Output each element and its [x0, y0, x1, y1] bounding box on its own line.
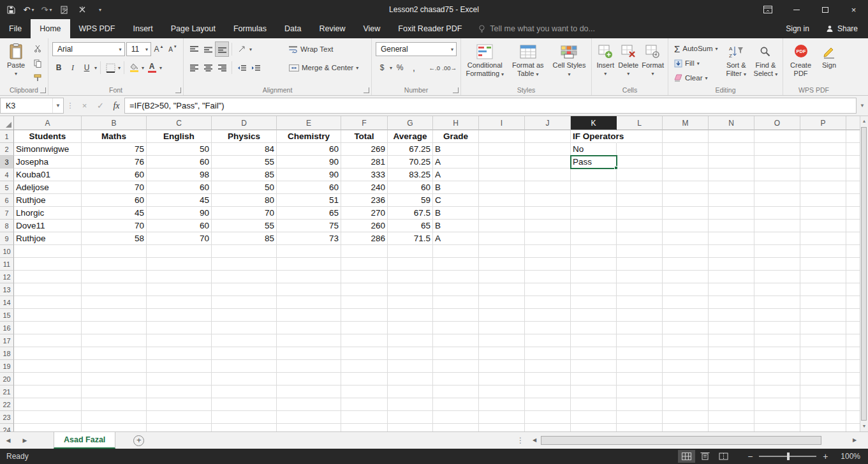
cell-F15[interactable]: [341, 309, 388, 322]
tab-bar-splitter[interactable]: ⋮: [517, 436, 524, 445]
align-middle-button[interactable]: [202, 42, 214, 56]
underline-dropdown-icon[interactable]: ▾: [94, 65, 97, 71]
cell-I15[interactable]: [479, 309, 525, 322]
cell-L20[interactable]: [617, 373, 663, 385]
cell-H20[interactable]: [433, 373, 479, 385]
cell-H6[interactable]: C: [433, 194, 479, 207]
cell-K2[interactable]: No: [571, 143, 617, 156]
cell-N9[interactable]: [709, 232, 754, 245]
cell-O4[interactable]: [754, 168, 800, 181]
cell-K15[interactable]: [571, 309, 617, 322]
tab-review[interactable]: Review: [310, 19, 354, 38]
cell-P18[interactable]: [800, 347, 846, 360]
cell-L5[interactable]: [617, 181, 663, 194]
cell-K4[interactable]: [571, 168, 617, 181]
cell-M6[interactable]: [663, 194, 709, 207]
cell-H15[interactable]: [433, 309, 479, 322]
cell-D10[interactable]: [212, 245, 277, 258]
cell-N20[interactable]: [709, 373, 754, 385]
cell-P4[interactable]: [800, 168, 846, 181]
customize-qat-button[interactable]: ▾: [94, 1, 106, 18]
cell-J16[interactable]: [525, 322, 571, 334]
cell-I4[interactable]: [479, 168, 525, 181]
row-header-3[interactable]: 3: [0, 156, 14, 168]
cell-M19[interactable]: [663, 360, 709, 373]
tab-home[interactable]: Home: [31, 19, 70, 38]
cell-C7[interactable]: 90: [147, 207, 212, 220]
zoom-in-button[interactable]: +: [821, 451, 829, 461]
cell-I1[interactable]: [479, 130, 525, 143]
accounting-format-button[interactable]: $: [376, 61, 388, 75]
cell-D17[interactable]: [212, 334, 277, 347]
cell-I8[interactable]: [479, 220, 525, 232]
cell-F17[interactable]: [341, 334, 388, 347]
cell-D11[interactable]: [212, 258, 277, 271]
cell-B7[interactable]: 45: [82, 207, 147, 220]
cell-M4[interactable]: [663, 168, 709, 181]
cell-I9[interactable]: [479, 232, 525, 245]
cell-E9[interactable]: 73: [277, 232, 341, 245]
cell-H12[interactable]: [433, 271, 479, 283]
cell-P15[interactable]: [800, 309, 846, 322]
font-name-select[interactable]: Arial▾: [52, 42, 125, 56]
cell-E8[interactable]: 75: [277, 220, 341, 232]
cell-G13[interactable]: [388, 283, 433, 296]
cell-B23[interactable]: [82, 411, 147, 424]
row-header-22[interactable]: 22: [0, 398, 14, 411]
maximize-button[interactable]: [811, 0, 839, 19]
cell-E2[interactable]: 60: [277, 143, 341, 156]
cell-I18[interactable]: [479, 347, 525, 360]
align-right-button[interactable]: [216, 61, 228, 75]
cell-L19[interactable]: [617, 360, 663, 373]
cell-L6[interactable]: [617, 194, 663, 207]
zoom-level[interactable]: 100%: [841, 452, 860, 461]
cell-E22[interactable]: [277, 398, 341, 411]
cell-P2[interactable]: [800, 143, 846, 156]
cell-L18[interactable]: [617, 347, 663, 360]
copy-button[interactable]: [31, 56, 44, 70]
cell-G6[interactable]: 59: [388, 194, 433, 207]
cell-L9[interactable]: [617, 232, 663, 245]
cell-B17[interactable]: [82, 334, 147, 347]
column-header-J[interactable]: J: [525, 116, 571, 130]
cell-H19[interactable]: [433, 360, 479, 373]
cell-J18[interactable]: [525, 347, 571, 360]
cell-E1[interactable]: Chemistry: [277, 130, 341, 143]
cell-L2[interactable]: [617, 143, 663, 156]
cell-J1[interactable]: [525, 130, 571, 143]
cell-L12[interactable]: [617, 271, 663, 283]
cell-C4[interactable]: 98: [147, 168, 212, 181]
vertical-scrollbar[interactable]: ▲ ▼: [860, 116, 868, 431]
cell-C11[interactable]: [147, 258, 212, 271]
cell-I14[interactable]: [479, 296, 525, 309]
cell-M15[interactable]: [663, 309, 709, 322]
cell-J14[interactable]: [525, 296, 571, 309]
column-header-A[interactable]: A: [14, 116, 82, 130]
merge-center-button[interactable]: Merge & Center ▾: [287, 61, 367, 75]
cell-M12[interactable]: [663, 271, 709, 283]
cell-I24[interactable]: [479, 424, 525, 431]
cell-N8[interactable]: [709, 220, 754, 232]
row-header-17[interactable]: 17: [0, 334, 14, 347]
cell-H13[interactable]: [433, 283, 479, 296]
increase-decimal-button[interactable]: ←.0: [428, 61, 441, 75]
zoom-slider[interactable]: [759, 451, 816, 461]
cell-M7[interactable]: [663, 207, 709, 220]
cell-A19[interactable]: [14, 360, 82, 373]
cell-L24[interactable]: [617, 424, 663, 431]
underline-button[interactable]: U: [80, 61, 93, 75]
row-header-12[interactable]: 12: [0, 271, 14, 283]
cell-A23[interactable]: [14, 411, 82, 424]
font-color-dropdown-icon[interactable]: ▾: [159, 65, 162, 71]
cell-L14[interactable]: [617, 296, 663, 309]
cell-L4[interactable]: [617, 168, 663, 181]
row-header-11[interactable]: 11: [0, 258, 14, 271]
cell-G17[interactable]: [388, 334, 433, 347]
cell-O19[interactable]: [754, 360, 800, 373]
redo-button[interactable]: ↷▾: [41, 1, 52, 18]
cell-D20[interactable]: [212, 373, 277, 385]
cell-J17[interactable]: [525, 334, 571, 347]
cell-A13[interactable]: [14, 283, 82, 296]
align-bottom-button[interactable]: [216, 42, 228, 56]
name-box[interactable]: K3 ▼: [0, 98, 64, 114]
